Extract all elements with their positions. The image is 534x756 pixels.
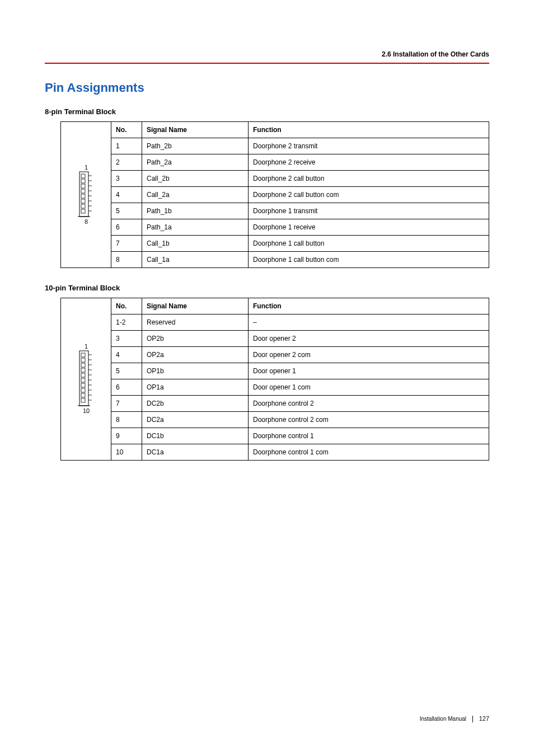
svg-rect-35 — [81, 393, 85, 397]
cell-signal: DC1b — [142, 428, 249, 444]
cell-signal: DC2b — [142, 396, 249, 412]
cell-signal: Call_2a — [142, 187, 249, 203]
cell-function: Doorphone 2 call button — [249, 171, 489, 187]
table-header-row: No. Signal Name Function — [111, 298, 489, 314]
cell-no: 9 — [111, 428, 142, 444]
cell-signal: OP1a — [142, 379, 249, 396]
cell-function: – — [249, 314, 489, 331]
svg-rect-3 — [81, 179, 85, 183]
cell-signal: Reserved — [142, 314, 249, 331]
table-row: 7Call_1bDoorphone 1 call button — [111, 236, 489, 252]
col-header-function: Function — [249, 122, 489, 138]
section-title: 2.6 Installation of the Other Cards — [45, 50, 489, 63]
cell-no: 3 — [111, 171, 142, 187]
cell-no: 10 — [111, 444, 142, 461]
svg-rect-31 — [81, 383, 85, 387]
cell-function: Doorphone 1 call button com — [249, 252, 489, 268]
page-footer: Installation Manual 127 — [420, 715, 489, 722]
svg-rect-25 — [81, 368, 85, 372]
pin-label-10: 10 — [82, 407, 89, 414]
cell-function: Door opener 1 — [249, 363, 489, 379]
cell-no: 7 — [111, 236, 142, 252]
svg-rect-13 — [81, 204, 85, 208]
cell-signal: Call_2b — [142, 171, 249, 187]
cell-no: 1-2 — [111, 314, 142, 331]
col-header-signal: Signal Name — [142, 122, 249, 138]
cell-function: Doorphone 1 receive — [249, 219, 489, 236]
cell-signal: Call_1b — [142, 236, 249, 252]
cell-no: 1 — [111, 138, 142, 154]
cell-signal: OP2b — [142, 331, 249, 347]
table-header-row: No. Signal Name Function — [111, 122, 489, 138]
table-row: 4Call_2aDoorphone 2 call button com — [111, 187, 489, 203]
table-10pin: No. Signal Name Function 1-2Reserved– 3O… — [111, 298, 489, 461]
table-row: 1Path_2bDoorphone 2 transmit — [111, 138, 489, 154]
sub-heading-8pin: 8-pin Terminal Block — [45, 107, 489, 116]
cell-function: Doorphone 2 call button com — [249, 187, 489, 203]
col-header-no: No. — [111, 122, 142, 138]
col-header-signal: Signal Name — [142, 298, 249, 314]
svg-rect-29 — [81, 378, 85, 382]
svg-rect-37 — [81, 398, 85, 402]
cell-no: 5 — [111, 363, 142, 379]
table-row: 10DC1aDoorphone control 1 com — [111, 444, 489, 461]
cell-function: Doorphone control 2 com — [249, 412, 489, 428]
cell-no: 5 — [111, 203, 142, 219]
table-row: 3Call_2bDoorphone 2 call button — [111, 171, 489, 187]
table-row: 9DC1bDoorphone control 1 — [111, 428, 489, 444]
cell-function: Door opener 1 com — [249, 379, 489, 396]
cell-signal: OP2a — [142, 347, 249, 363]
cell-no: 4 — [111, 347, 142, 363]
cell-no: 2 — [111, 154, 142, 171]
pin-label-1: 1 — [84, 343, 87, 350]
cell-no: 7 — [111, 396, 142, 412]
cell-no: 8 — [111, 412, 142, 428]
table-row: 2Path_2aDoorphone 2 receive — [111, 154, 489, 171]
col-header-no: No. — [111, 298, 142, 314]
cell-function: Doorphone 2 transmit — [249, 138, 489, 154]
cell-no: 6 — [111, 379, 142, 396]
footer-divider — [472, 716, 473, 722]
table-8pin-wrapper: 1 8 No. Signal Name Function — [60, 121, 489, 268]
cell-signal: Path_1a — [142, 219, 249, 236]
cell-no: 6 — [111, 219, 142, 236]
table-row: 6Path_1aDoorphone 1 receive — [111, 219, 489, 236]
cell-function: Doorphone 1 transmit — [249, 203, 489, 219]
cell-signal: DC1a — [142, 444, 249, 461]
table-row: 5OP1bDoor opener 1 — [111, 363, 489, 379]
sub-heading-10pin: 10-pin Terminal Block — [45, 284, 489, 292]
svg-rect-9 — [81, 194, 85, 198]
terminal-block-8-icon: 1 8 — [76, 164, 96, 226]
main-heading: Pin Assignments — [45, 81, 489, 95]
table-8pin: No. Signal Name Function 1Path_2bDoorpho… — [111, 121, 489, 268]
svg-rect-23 — [81, 363, 85, 367]
cell-function: Doorphone control 1 com — [249, 444, 489, 461]
cell-signal: Path_2a — [142, 154, 249, 171]
svg-rect-21 — [81, 358, 85, 362]
svg-rect-19 — [81, 353, 85, 357]
cell-function: Doorphone control 2 — [249, 396, 489, 412]
table-row: 3OP2bDoor opener 2 — [111, 331, 489, 347]
cell-function: Doorphone control 1 — [249, 428, 489, 444]
pin-label-1: 1 — [84, 164, 87, 171]
table-row: 7DC2bDoorphone control 2 — [111, 396, 489, 412]
svg-rect-5 — [81, 184, 85, 188]
cell-signal: Path_2b — [142, 138, 249, 154]
cell-no: 4 — [111, 187, 142, 203]
svg-rect-11 — [81, 199, 85, 203]
page-header: 2.6 Installation of the Other Cards — [0, 0, 534, 64]
cell-function: Door opener 2 com — [249, 347, 489, 363]
cell-signal: OP1b — [142, 363, 249, 379]
svg-rect-7 — [81, 189, 85, 193]
table-row: 8DC2aDoorphone control 2 com — [111, 412, 489, 428]
cell-no: 3 — [111, 331, 142, 347]
cell-signal: DC2a — [142, 412, 249, 428]
svg-rect-1 — [81, 174, 85, 178]
page-content: Pin Assignments 8-pin Terminal Block 1 8 — [0, 81, 534, 461]
table-row: 4OP2aDoor opener 2 com — [111, 347, 489, 363]
svg-rect-33 — [81, 388, 85, 392]
terminal-block-10-icon: 1 10 — [76, 343, 96, 416]
cell-function: Doorphone 1 call button — [249, 236, 489, 252]
svg-rect-15 — [81, 209, 85, 213]
table-row: 6OP1aDoor opener 1 com — [111, 379, 489, 396]
